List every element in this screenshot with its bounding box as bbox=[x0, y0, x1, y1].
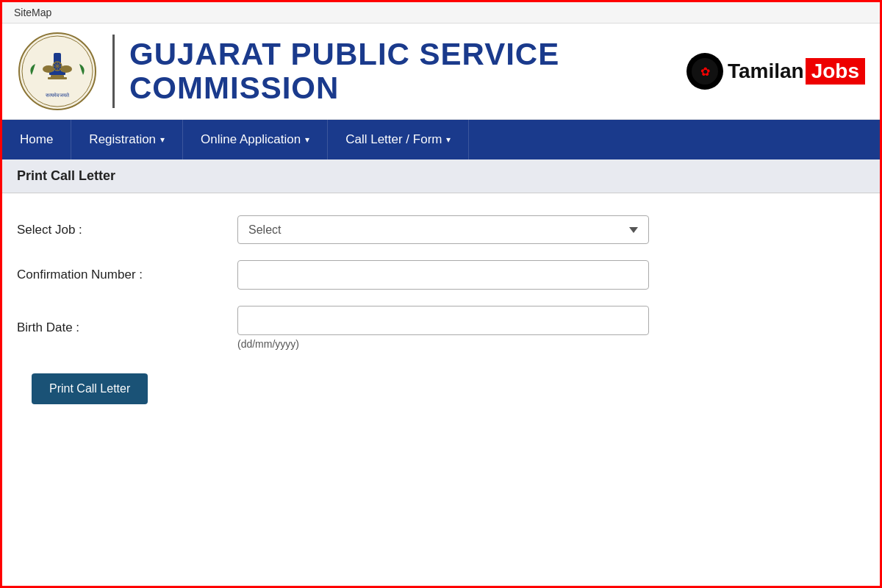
birth-date-label: Birth Date : bbox=[17, 320, 237, 335]
form-area: Select Job : Select Confirmation Number … bbox=[2, 193, 880, 426]
birth-date-control: (dd/mm/yyyy) bbox=[237, 306, 649, 350]
chevron-down-icon: ▾ bbox=[446, 135, 451, 145]
org-title: GUJARAT PUBLIC SERVICE COMMISSION bbox=[129, 37, 686, 105]
select-job-control: Select bbox=[237, 215, 649, 244]
nav-call-letter[interactable]: Call Letter / Form ▾ bbox=[328, 120, 469, 159]
select-job-row: Select Job : Select bbox=[17, 215, 865, 244]
header: सत्यमेव जयते GUJARAT PUBLIC SERVICE COMM… bbox=[2, 24, 880, 120]
confirmation-number-row: Confirmation Number : bbox=[17, 260, 865, 290]
main-content: Print Call Letter Select Job : Select Co… bbox=[2, 159, 880, 426]
svg-rect-12 bbox=[48, 77, 67, 79]
nav-call-letter-label: Call Letter / Form bbox=[345, 132, 442, 147]
confirmation-number-control bbox=[237, 260, 649, 290]
tamilan-jobs-label: Tamilan Jobs bbox=[728, 58, 865, 85]
chevron-down-icon: ▾ bbox=[305, 135, 309, 145]
nav-registration[interactable]: Registration ▾ bbox=[71, 120, 183, 159]
nav-online-application[interactable]: Online Application ▾ bbox=[183, 120, 328, 159]
print-button-row: Print Call Letter bbox=[17, 366, 865, 404]
tamilan-icon: ✿ bbox=[686, 53, 723, 90]
section-header: Print Call Letter bbox=[2, 159, 880, 193]
birth-date-row: Birth Date : (dd/mm/yyyy) bbox=[17, 306, 865, 350]
watermark-badge: ✿ Tamilan Jobs bbox=[686, 53, 865, 90]
nav-online-application-label: Online Application bbox=[201, 132, 301, 147]
confirmation-number-input[interactable] bbox=[237, 260, 649, 290]
jobs-text: Jobs bbox=[806, 58, 865, 85]
nav-registration-label: Registration bbox=[89, 132, 156, 147]
sitemap-link[interactable]: SiteMap bbox=[14, 7, 51, 18]
navbar: Home Registration ▾ Online Application ▾… bbox=[2, 120, 880, 159]
confirmation-number-label: Confirmation Number : bbox=[17, 268, 237, 282]
emblem-logo: सत्यमेव जयते bbox=[17, 31, 98, 112]
date-hint: (dd/mm/yyyy) bbox=[237, 338, 649, 350]
svg-text:✿: ✿ bbox=[700, 65, 709, 78]
nav-home-label: Home bbox=[20, 132, 53, 147]
print-call-letter-button[interactable]: Print Call Letter bbox=[32, 373, 148, 404]
select-job-label: Select Job : bbox=[17, 223, 237, 237]
top-bar: SiteMap bbox=[2, 2, 880, 24]
select-job-dropdown[interactable]: Select bbox=[237, 215, 649, 244]
tamilan-text: Tamilan bbox=[728, 60, 804, 83]
svg-text:सत्यमेव जयते: सत्यमेव जयते bbox=[45, 92, 71, 98]
nav-home[interactable]: Home bbox=[2, 120, 71, 159]
section-title: Print Call Letter bbox=[17, 168, 115, 183]
chevron-down-icon: ▾ bbox=[160, 135, 165, 145]
birth-date-input[interactable] bbox=[237, 306, 649, 335]
header-divider bbox=[112, 35, 115, 108]
